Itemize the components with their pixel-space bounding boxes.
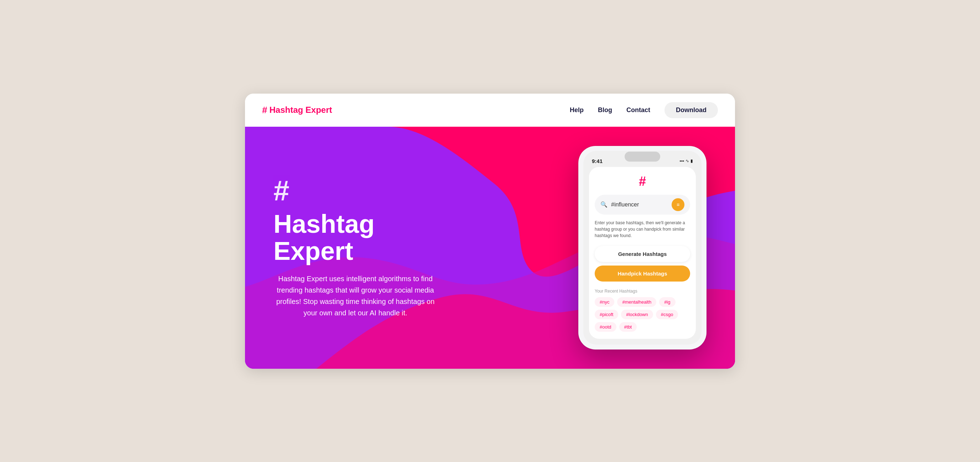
status-time: 9:41 [592, 158, 603, 164]
wifi-icon: ∿ [686, 159, 689, 164]
hashtag-chip[interactable]: #csgo [656, 310, 678, 319]
battery-icon: ▮ [690, 159, 693, 164]
nav-blog-link[interactable]: Blog [598, 106, 612, 114]
hashtag-chip[interactable]: #nyc [595, 297, 614, 307]
search-value[interactable]: #influencer [611, 202, 668, 208]
logo-name: Hashtag Expert [269, 105, 332, 115]
filter-icon: ≡ [676, 202, 679, 208]
filter-button[interactable]: ≡ [671, 198, 684, 211]
signal-icon: ▪▪▪ [679, 159, 684, 164]
hashtag-chip[interactable]: #picoft [595, 310, 618, 319]
nav-help-link[interactable]: Help [570, 106, 584, 114]
dynamic-island [625, 152, 660, 162]
search-bar[interactable]: 🔍 #influencer ≡ [595, 195, 690, 214]
hashtag-chip[interactable]: #lockdown [621, 310, 653, 319]
handpick-hashtags-button[interactable]: Handpick Hashtags [595, 265, 690, 281]
hero-content: # Hashtag Expert Hashtag Expert uses int… [245, 155, 466, 340]
generate-hashtags-button[interactable]: Generate Hashtags [595, 246, 690, 262]
logo[interactable]: # Hashtag Expert [262, 105, 332, 116]
nav-links: Help Blog Contact Download [570, 102, 718, 118]
app-hash-icon: # [595, 174, 690, 189]
helper-text: Enter your base hashtags, then we'll gen… [595, 220, 690, 239]
status-icons: ▪▪▪ ∿ ▮ [679, 159, 693, 164]
hashtag-chip[interactable]: #ootd [595, 322, 616, 332]
hashtag-chip[interactable]: #mentalhealth [617, 297, 656, 307]
hashtag-chips: #nyc#mentalhealth#ig#picoft#lockdown#csg… [595, 297, 690, 332]
hero-hash-icon: # [274, 176, 437, 205]
hashtag-chip[interactable]: #ig [659, 297, 675, 307]
phone-screen: # 🔍 #influencer ≡ Enter your base hashta… [589, 167, 696, 339]
nav-contact-link[interactable]: Contact [627, 106, 650, 114]
logo-hash-symbol: # [262, 105, 267, 116]
search-icon: 🔍 [600, 201, 608, 208]
phone-frame: 9:41 ▪▪▪ ∿ ▮ # 🔍 #influencer [578, 146, 706, 349]
download-button[interactable]: Download [665, 102, 718, 118]
page-wrapper: # Hashtag Expert Help Blog Contact Downl… [245, 94, 735, 369]
hero-description: Hashtag Expert uses intelligent algorith… [274, 273, 437, 319]
phone-mockup: 9:41 ▪▪▪ ∿ ▮ # 🔍 #influencer [578, 127, 714, 369]
navbar: # Hashtag Expert Help Blog Contact Downl… [245, 94, 735, 127]
hero-section: # Hashtag Expert Hashtag Expert uses int… [245, 127, 735, 369]
phone-inner: 9:41 ▪▪▪ ∿ ▮ # 🔍 #influencer [583, 151, 702, 345]
hero-title: Hashtag Expert [274, 211, 437, 264]
recent-hashtags-label: Your Recent Hashtags [595, 289, 690, 294]
hashtag-chip[interactable]: #tbt [619, 322, 637, 332]
